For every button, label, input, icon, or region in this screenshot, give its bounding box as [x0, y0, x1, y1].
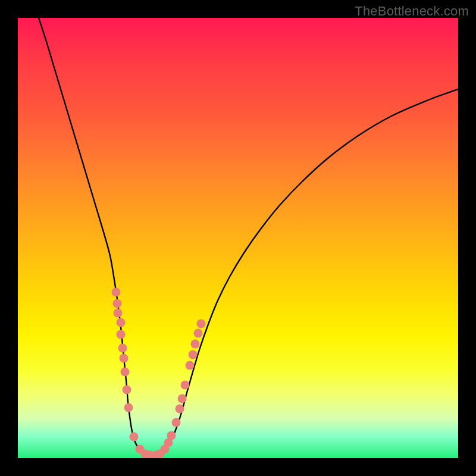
data-dot — [186, 361, 195, 370]
data-dot — [191, 340, 200, 349]
data-dot — [167, 431, 176, 440]
data-dot — [117, 330, 126, 339]
data-dot — [114, 309, 123, 318]
data-dot — [189, 350, 198, 359]
data-dot — [172, 418, 181, 427]
data-dot — [113, 299, 122, 308]
data-dot — [112, 288, 121, 297]
data-dot — [117, 318, 126, 327]
data-dot — [197, 320, 206, 328]
data-dot — [124, 403, 133, 412]
bottleneck-curve — [39, 18, 458, 456]
curve-layer — [18, 18, 458, 458]
data-dot — [130, 433, 139, 441]
data-dot — [194, 329, 203, 338]
plot-area — [18, 18, 458, 458]
data-dot — [118, 344, 127, 353]
data-dot — [181, 381, 190, 390]
data-dot — [176, 405, 184, 414]
chart-frame: TheBottleneck.com — [0, 0, 476, 476]
data-dot — [178, 394, 187, 403]
data-dot — [121, 368, 130, 377]
data-dot — [120, 354, 129, 363]
data-dot — [123, 386, 131, 394]
watermark-text: TheBottleneck.com — [355, 4, 469, 19]
curve-dots — [112, 288, 206, 459]
